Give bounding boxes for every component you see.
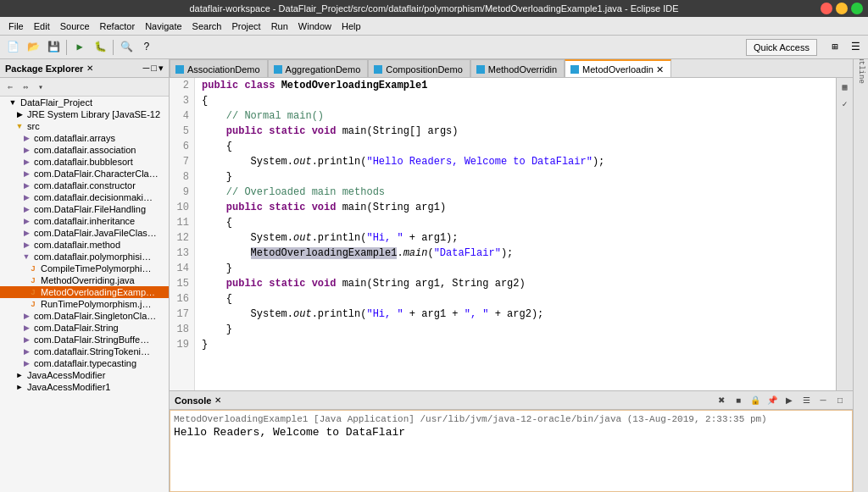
toolbar-search-btn[interactable]: 🔍 [117,38,136,57]
tree-item-label: JavaAcessModifier1 [27,382,110,392]
menu-item-navigate[interactable]: Navigate [140,19,186,33]
frp-outline-btn[interactable]: Outline [854,61,868,75]
code-line: { [202,93,829,108]
editor-tab[interactable]: CompositionDemo [368,59,470,77]
sidebar-menu-icon[interactable]: ▾ [159,63,164,74]
tab-file-icon [274,65,282,74]
close-window-btn[interactable] [821,3,832,14]
tree-item[interactable]: ▶com.DataFlair.JavaFileClas… [0,227,169,239]
tree-item[interactable]: ▶com.dataflair.association [0,144,169,156]
menu-item-source[interactable]: Source [55,19,95,33]
menu-item-file[interactable]: File [3,19,29,33]
tree-item[interactable]: ▶com.dataflair.decisionmaki… [0,191,169,203]
toolbar-debug-btn[interactable]: 🐛 [91,38,109,57]
maximize-window-btn[interactable] [851,3,863,14]
tree-item-icon: ▶ [20,205,32,213]
line-number: 13 [175,246,189,261]
tab-label: CompositionDemo [386,64,462,75]
tree-item[interactable]: ▼DataFlair_Project [0,97,169,108]
toolbar-new-btn[interactable]: 📄 [3,38,22,57]
line-number: 14 [175,261,189,276]
console-terminate-btn[interactable]: ■ [731,393,746,408]
console-minimize-btn[interactable]: ─ [815,393,831,408]
console-pin-btn[interactable]: 📌 [765,393,780,408]
line-number: 10 [175,200,189,215]
code-editor[interactable]: public class MetodOverloadingExample1{ /… [195,78,836,390]
link-editor-btn[interactable]: ⇔ [19,80,32,94]
sidebar-minimize-icon[interactable]: ─ [143,63,150,74]
sidebar-maximize-icon[interactable]: □ [151,63,157,74]
toolbar-save-btn[interactable]: 💾 [44,38,63,57]
line-number: 5 [175,124,189,139]
menu-item-run[interactable]: Run [266,19,293,33]
tree-item[interactable]: ▶com.dataflair.inheritance [0,215,169,227]
tree-item-icon: ▶ [20,229,32,237]
tree-item[interactable]: JRunTimePolymorphism.j… [0,298,169,310]
line-number: 4 [175,108,189,124]
tree-item[interactable]: ▶com.DataFlair.SingletonCla… [0,310,169,322]
menu-item-help[interactable]: Help [337,19,366,33]
tree-item[interactable]: JCompileTimePolymorphi… [0,263,169,274]
menu-item-project[interactable]: Project [226,19,265,33]
sidebar-close-icon[interactable]: ✕ [86,64,93,73]
tree-item-label: com.DataFlair.FileHandling [34,204,146,214]
editor-tab[interactable]: MetodOverloadin ✕ [565,59,671,77]
console-scroll-lock-btn[interactable]: 🔒 [748,393,763,408]
line-number: 16 [175,291,189,307]
tree-item-icon: ▶ [14,110,25,119]
tree-item[interactable]: ▶com.dataflair.StringTokeni… [0,346,169,357]
tree-item-label: JRE System Library [JavaSE-12 [27,109,160,119]
menubar: FileEditSourceRefactorNavigateSearchProj… [0,17,868,36]
code-line: // Overloaded main methods [202,185,829,200]
tree-item[interactable]: ▼com.dataflair.polymorphisi… [0,251,169,263]
tree-item-label: com.DataFlair.SingletonCla… [34,311,156,321]
tree-item-label: JavaAcessModifier [27,370,105,380]
editor-tab[interactable]: MethodOverridin [470,59,565,77]
console-run-btn[interactable]: ▶ [782,393,797,408]
tree-item[interactable]: ▶com.dataflair.typecasting [0,357,169,369]
toolbar-help-btn[interactable]: ? [137,38,156,57]
editor[interactable]: 2345678910111213141516171819 public clas… [170,78,836,390]
line-number: 15 [175,276,189,291]
tree-item[interactable]: ▶com.dataflair.constructor [0,180,169,191]
console-close-icon[interactable]: ✕ [214,395,221,405]
tree-item[interactable]: JMethodOverriding.java [0,274,169,286]
tree-item[interactable]: ▶com.DataFlair.FileHandling [0,203,169,215]
tree-item-label: com.dataflair.inheritance [34,216,135,226]
tree-item[interactable]: ►JavaAcessModifier [0,369,169,381]
rt-outline-btn[interactable]: ▦ [837,80,853,95]
tree-item[interactable]: ▶JRE System Library [JavaSE-12 [0,108,169,120]
menu-item-refactor[interactable]: Refactor [95,19,141,33]
collapse-all-btn[interactable]: ⇐ [3,80,17,94]
editor-tab[interactable]: AssociationDemo [170,59,268,77]
minimize-window-btn[interactable] [836,3,848,14]
toolbar-run-btn[interactable]: ▶ [70,38,89,57]
console-maximize-btn[interactable]: □ [832,393,848,408]
tree-item[interactable]: ►JavaAcessModifier1 [0,381,169,393]
tree-item-label: com.dataflair.constructor [34,180,136,191]
line-number: 2 [175,78,189,93]
tree-item-label: RunTimePolymorphism.j… [41,299,151,309]
tree-item[interactable]: ▶com.DataFlair.StringBuffe… [0,334,169,346]
sidebar-header: Package Explorer ✕ ─ □ ▾ [0,59,169,78]
tree-item[interactable]: ▶com.dataflair.method [0,239,169,251]
console-menu-btn[interactable]: ☰ [798,393,814,408]
tree-item[interactable]: ▶com.dataflair.arrays [0,132,169,144]
console-clear-btn[interactable]: ✖ [714,393,729,408]
toolbar-view-btn[interactable]: ☰ [846,38,865,57]
editor-tab[interactable]: AggregationDemo [268,59,369,77]
tree-item[interactable]: ▼src [0,120,169,132]
menu-item-edit[interactable]: Edit [29,19,55,33]
menu-item-search[interactable]: Search [187,19,227,33]
tree-item-label: com.dataflair.polymorphisi… [34,252,151,262]
tree-item[interactable]: ▶com.DataFlair.String [0,322,169,334]
quick-access-button[interactable]: Quick Access [746,39,817,56]
toolbar-open-btn[interactable]: 📂 [24,38,42,57]
tree-item[interactable]: JMetodOverloadingExamp… [0,286,169,298]
sidebar-menu-btn[interactable]: ▾ [34,80,47,94]
tree-item[interactable]: ▶com.DataFlair.CharacterCla… [0,168,169,180]
menu-item-window[interactable]: Window [293,19,337,33]
toolbar-perspective-btn[interactable]: ⊞ [826,38,844,57]
rt-tasks-btn[interactable]: ✓ [837,97,853,112]
tree-item[interactable]: ▶com.dataflair.bubblesort [0,156,169,168]
